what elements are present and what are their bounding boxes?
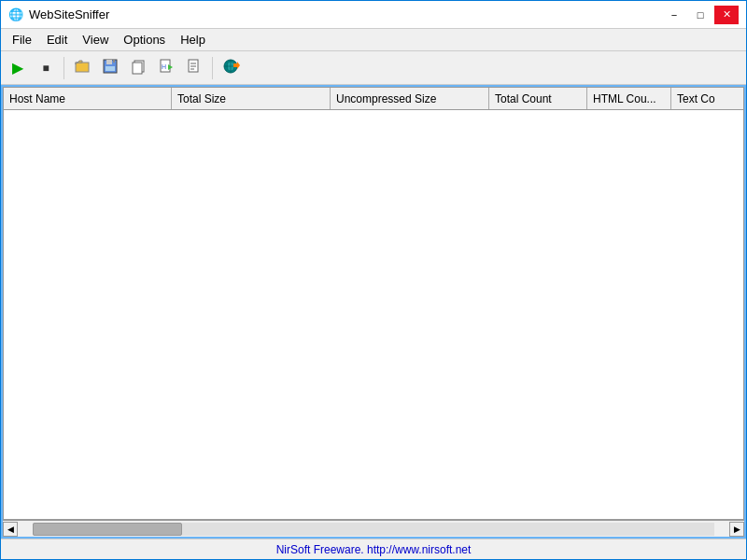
column-headers: Host Name Total Size Uncompressed Size T… [4,88,743,110]
properties-icon [221,57,240,79]
svg-rect-3 [106,66,115,71]
toolbar: ▶ ■ [1,51,746,85]
stop-button[interactable]: ■ [33,55,59,81]
open-icon [74,58,91,78]
status-bar: NirSoft Freeware. http://www.nirsoft.net [1,539,746,559]
title-bar-controls: − □ ✕ [662,6,739,24]
export-html-button[interactable]: H [153,55,179,81]
menu-file[interactable]: File [5,31,39,49]
open-button[interactable] [69,55,95,81]
export-html-icon: H [158,58,175,78]
menu-view[interactable]: View [75,31,116,49]
toolbar-separator-1 [63,57,64,79]
properties-button[interactable] [218,55,244,81]
menu-options[interactable]: Options [116,31,173,49]
list-view: Host Name Total Size Uncompressed Size T… [3,87,744,520]
col-header-html-count[interactable]: HTML Cou... [587,88,671,109]
main-area: Host Name Total Size Uncompressed Size T… [1,85,746,539]
play-icon: ▶ [12,59,23,77]
svg-rect-6 [133,63,142,74]
svg-rect-4 [113,60,115,63]
col-header-uncompressed-size[interactable]: Uncompressed Size [331,88,489,109]
col-header-host-name[interactable]: Host Name [4,88,172,109]
main-window: 🌐 WebSiteSniffer − □ ✕ File Edit View Op… [0,0,747,560]
app-icon: 🌐 [8,7,23,22]
svg-rect-0 [76,63,89,72]
save-icon [102,58,119,78]
svg-rect-2 [106,60,112,64]
close-button[interactable]: ✕ [714,6,739,24]
copy-button[interactable] [125,55,151,81]
list-body [4,110,743,519]
status-text: NirSoft Freeware. http://www.nirsoft.net [276,543,472,556]
title-bar: 🌐 WebSiteSniffer − □ ✕ [1,1,746,29]
export-text-icon [186,58,203,78]
scroll-left-button[interactable]: ◀ [3,522,18,537]
menu-bar: File Edit View Options Help [1,29,746,51]
menu-edit[interactable]: Edit [39,31,75,49]
export-text-button[interactable] [181,55,207,81]
menu-help[interactable]: Help [173,31,213,49]
col-header-text-count[interactable]: Text Co [671,88,744,109]
scroll-thumb[interactable] [33,523,182,536]
minimize-button[interactable]: − [662,6,686,24]
horizontal-scrollbar[interactable]: ◀ ▶ [3,520,744,537]
play-button[interactable]: ▶ [5,55,31,81]
copy-icon [130,58,147,78]
restore-button[interactable]: □ [688,6,712,24]
svg-text:H: H [162,63,166,70]
title-bar-left: 🌐 WebSiteSniffer [8,7,109,22]
col-header-total-size[interactable]: Total Size [172,88,331,109]
toolbar-separator-2 [212,57,213,79]
title-bar-text: WebSiteSniffer [29,7,109,21]
scroll-right-button[interactable]: ▶ [729,522,744,537]
stop-icon: ■ [42,62,49,75]
col-header-total-count[interactable]: Total Count [489,88,587,109]
scroll-track[interactable] [33,523,714,536]
save-button[interactable] [97,55,123,81]
